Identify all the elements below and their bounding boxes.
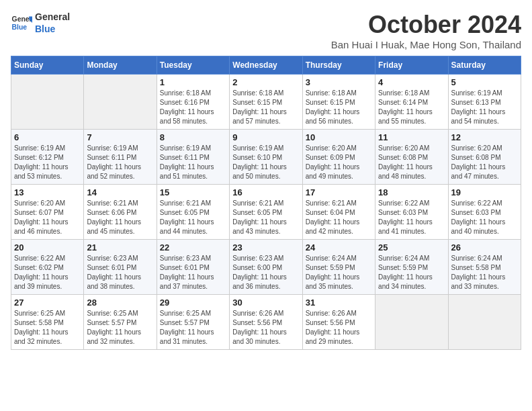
day-number: 27 bbox=[14, 298, 81, 308]
day-info: Sunrise: 6:19 AM Sunset: 6:12 PM Dayligh… bbox=[14, 144, 81, 181]
day-number: 26 bbox=[451, 242, 518, 253]
calendar-cell: 3Sunrise: 6:18 AM Sunset: 6:15 PM Daylig… bbox=[302, 75, 375, 130]
day-number: 1 bbox=[160, 77, 226, 87]
day-number: 21 bbox=[87, 242, 153, 253]
calendar-cell: 4Sunrise: 6:18 AM Sunset: 6:14 PM Daylig… bbox=[375, 75, 448, 130]
calendar-cell bbox=[448, 295, 521, 350]
day-info: Sunrise: 6:19 AM Sunset: 6:11 PM Dayligh… bbox=[160, 144, 226, 181]
calendar-cell bbox=[84, 75, 157, 130]
day-info: Sunrise: 6:18 AM Sunset: 6:15 PM Dayligh… bbox=[232, 89, 299, 126]
weekday-header: Thursday bbox=[302, 56, 375, 75]
day-number: 11 bbox=[378, 132, 445, 142]
calendar-cell bbox=[11, 75, 84, 130]
day-number: 19 bbox=[451, 187, 518, 197]
day-info: Sunrise: 6:25 AM Sunset: 5:57 PM Dayligh… bbox=[160, 309, 226, 347]
day-number: 17 bbox=[306, 187, 372, 197]
calendar-cell: 11Sunrise: 6:20 AM Sunset: 6:08 PM Dayli… bbox=[375, 130, 448, 185]
calendar-cell: 26Sunrise: 6:24 AM Sunset: 5:58 PM Dayli… bbox=[448, 240, 521, 295]
day-info: Sunrise: 6:24 AM Sunset: 5:59 PM Dayligh… bbox=[306, 254, 372, 291]
day-info: Sunrise: 6:20 AM Sunset: 6:08 PM Dayligh… bbox=[378, 144, 445, 181]
day-info: Sunrise: 6:22 AM Sunset: 6:02 PM Dayligh… bbox=[14, 254, 81, 291]
day-number: 12 bbox=[451, 132, 518, 142]
day-number: 16 bbox=[232, 187, 299, 197]
day-info: Sunrise: 6:24 AM Sunset: 5:58 PM Dayligh… bbox=[451, 254, 518, 291]
calendar-cell: 31Sunrise: 6:26 AM Sunset: 5:56 PM Dayli… bbox=[302, 295, 375, 350]
calendar-cell: 27Sunrise: 6:25 AM Sunset: 5:58 PM Dayli… bbox=[11, 295, 84, 350]
calendar-cell: 12Sunrise: 6:20 AM Sunset: 6:08 PM Dayli… bbox=[448, 130, 521, 185]
day-number: 15 bbox=[160, 187, 226, 197]
calendar-cell: 17Sunrise: 6:21 AM Sunset: 6:04 PM Dayli… bbox=[302, 185, 375, 240]
calendar-cell: 10Sunrise: 6:20 AM Sunset: 6:09 PM Dayli… bbox=[302, 130, 375, 185]
calendar-week-row: 27Sunrise: 6:25 AM Sunset: 5:58 PM Dayli… bbox=[11, 295, 521, 350]
day-info: Sunrise: 6:21 AM Sunset: 6:04 PM Dayligh… bbox=[306, 199, 372, 236]
calendar-cell: 25Sunrise: 6:24 AM Sunset: 5:59 PM Dayli… bbox=[375, 240, 448, 295]
day-number: 28 bbox=[87, 298, 153, 308]
calendar-cell: 14Sunrise: 6:21 AM Sunset: 6:06 PM Dayli… bbox=[84, 185, 157, 240]
day-number: 14 bbox=[87, 187, 153, 197]
day-number: 8 bbox=[160, 132, 226, 142]
day-info: Sunrise: 6:18 AM Sunset: 6:16 PM Dayligh… bbox=[160, 89, 226, 126]
calendar-cell: 20Sunrise: 6:22 AM Sunset: 6:02 PM Dayli… bbox=[11, 240, 84, 295]
location: Ban Huai I Huak, Mae Hong Son, Thailand bbox=[331, 39, 521, 50]
weekday-header: Monday bbox=[84, 56, 157, 75]
day-number: 9 bbox=[232, 132, 299, 142]
calendar-cell: 16Sunrise: 6:21 AM Sunset: 6:05 PM Dayli… bbox=[230, 185, 302, 240]
calendar-cell: 23Sunrise: 6:23 AM Sunset: 6:00 PM Dayli… bbox=[230, 240, 302, 295]
day-info: Sunrise: 6:22 AM Sunset: 6:03 PM Dayligh… bbox=[378, 199, 445, 236]
day-info: Sunrise: 6:22 AM Sunset: 6:03 PM Dayligh… bbox=[451, 199, 518, 236]
day-number: 4 bbox=[378, 77, 445, 87]
day-info: Sunrise: 6:25 AM Sunset: 5:58 PM Dayligh… bbox=[14, 309, 81, 347]
calendar-week-row: 20Sunrise: 6:22 AM Sunset: 6:02 PM Dayli… bbox=[11, 240, 521, 295]
day-info: Sunrise: 6:21 AM Sunset: 6:05 PM Dayligh… bbox=[160, 199, 226, 236]
weekday-header: Tuesday bbox=[157, 56, 229, 75]
day-number: 25 bbox=[378, 242, 445, 253]
calendar-cell: 24Sunrise: 6:24 AM Sunset: 5:59 PM Dayli… bbox=[302, 240, 375, 295]
calendar-cell: 8Sunrise: 6:19 AM Sunset: 6:11 PM Daylig… bbox=[157, 130, 229, 185]
day-info: Sunrise: 6:24 AM Sunset: 5:59 PM Dayligh… bbox=[378, 254, 445, 291]
day-number: 13 bbox=[14, 187, 81, 197]
calendar-cell: 30Sunrise: 6:26 AM Sunset: 5:56 PM Dayli… bbox=[230, 295, 302, 350]
day-info: Sunrise: 6:23 AM Sunset: 6:00 PM Dayligh… bbox=[232, 254, 299, 291]
calendar-cell: 2Sunrise: 6:18 AM Sunset: 6:15 PM Daylig… bbox=[230, 75, 302, 130]
calendar-cell: 21Sunrise: 6:23 AM Sunset: 6:01 PM Dayli… bbox=[84, 240, 157, 295]
weekday-header: Friday bbox=[375, 56, 448, 75]
day-number: 22 bbox=[160, 242, 226, 253]
day-info: Sunrise: 6:20 AM Sunset: 6:08 PM Dayligh… bbox=[451, 144, 518, 181]
day-info: Sunrise: 6:23 AM Sunset: 6:01 PM Dayligh… bbox=[87, 254, 153, 291]
calendar-body: 1Sunrise: 6:18 AM Sunset: 6:16 PM Daylig… bbox=[11, 75, 521, 350]
day-info: Sunrise: 6:18 AM Sunset: 6:14 PM Dayligh… bbox=[378, 89, 445, 126]
day-info: Sunrise: 6:21 AM Sunset: 6:06 PM Dayligh… bbox=[87, 199, 153, 236]
day-info: Sunrise: 6:26 AM Sunset: 5:56 PM Dayligh… bbox=[306, 309, 372, 347]
day-number: 29 bbox=[160, 298, 226, 308]
calendar-cell: 22Sunrise: 6:23 AM Sunset: 6:01 PM Dayli… bbox=[157, 240, 229, 295]
day-info: Sunrise: 6:19 AM Sunset: 6:11 PM Dayligh… bbox=[87, 144, 153, 181]
page-header: General Blue GeneralBlue October 2024 Ba… bbox=[11, 11, 521, 50]
day-info: Sunrise: 6:25 AM Sunset: 5:57 PM Dayligh… bbox=[87, 309, 153, 347]
title-block: October 2024 Ban Huai I Huak, Mae Hong S… bbox=[331, 11, 521, 50]
day-number: 5 bbox=[451, 77, 518, 87]
calendar-cell: 7Sunrise: 6:19 AM Sunset: 6:11 PM Daylig… bbox=[84, 130, 157, 185]
logo-icon: General Blue bbox=[11, 12, 32, 34]
calendar-cell: 5Sunrise: 6:19 AM Sunset: 6:13 PM Daylig… bbox=[448, 75, 521, 130]
calendar-week-row: 13Sunrise: 6:20 AM Sunset: 6:07 PM Dayli… bbox=[11, 185, 521, 240]
svg-text:Blue: Blue bbox=[12, 24, 28, 31]
weekday-header: Saturday bbox=[448, 56, 521, 75]
calendar-cell: 29Sunrise: 6:25 AM Sunset: 5:57 PM Dayli… bbox=[157, 295, 229, 350]
calendar-cell: 9Sunrise: 6:19 AM Sunset: 6:10 PM Daylig… bbox=[230, 130, 302, 185]
day-number: 31 bbox=[306, 298, 372, 308]
weekday-header: Sunday bbox=[11, 56, 84, 75]
calendar-cell: 6Sunrise: 6:19 AM Sunset: 6:12 PM Daylig… bbox=[11, 130, 84, 185]
day-info: Sunrise: 6:21 AM Sunset: 6:05 PM Dayligh… bbox=[232, 199, 299, 236]
day-number: 6 bbox=[14, 132, 81, 142]
calendar-cell: 13Sunrise: 6:20 AM Sunset: 6:07 PM Dayli… bbox=[11, 185, 84, 240]
calendar-cell bbox=[375, 295, 448, 350]
day-number: 2 bbox=[232, 77, 299, 87]
logo-text: GeneralBlue bbox=[35, 11, 70, 35]
calendar-table: SundayMondayTuesdayWednesdayThursdayFrid… bbox=[11, 56, 521, 350]
day-number: 23 bbox=[232, 242, 299, 253]
calendar-week-row: 1Sunrise: 6:18 AM Sunset: 6:16 PM Daylig… bbox=[11, 75, 521, 130]
day-number: 24 bbox=[306, 242, 372, 253]
calendar-cell: 1Sunrise: 6:18 AM Sunset: 6:16 PM Daylig… bbox=[157, 75, 229, 130]
day-info: Sunrise: 6:23 AM Sunset: 6:01 PM Dayligh… bbox=[160, 254, 226, 291]
day-info: Sunrise: 6:19 AM Sunset: 6:10 PM Dayligh… bbox=[232, 144, 299, 181]
